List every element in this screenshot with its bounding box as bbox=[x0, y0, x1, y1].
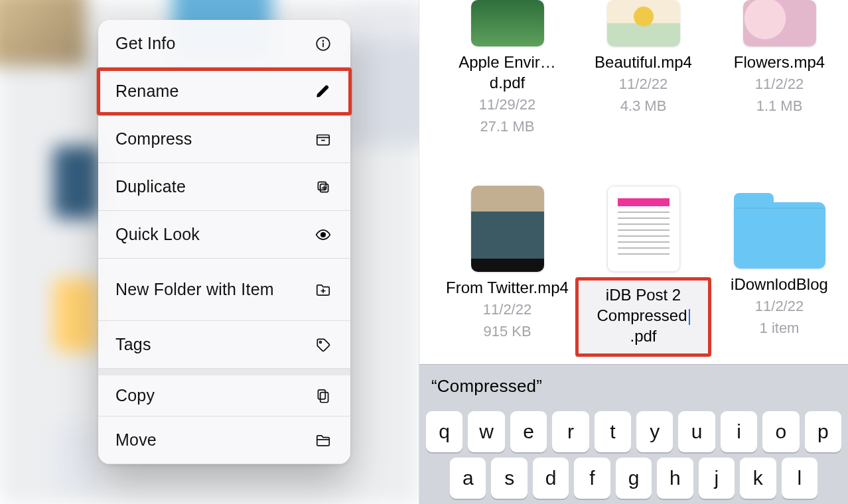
file-thumbnail bbox=[607, 0, 680, 46]
file-thumbnail bbox=[734, 202, 825, 269]
new-folder-icon bbox=[313, 280, 333, 300]
eye-icon bbox=[313, 225, 333, 245]
context-menu: Get InfoRenameCompressDuplicateQuick Loo… bbox=[98, 20, 350, 464]
menu-item-label: Quick Look bbox=[115, 224, 200, 245]
svg-rect-15 bbox=[318, 389, 325, 399]
file-size: 915 KB bbox=[439, 322, 575, 342]
file-name: Flowers.mp4 bbox=[711, 52, 847, 72]
file-tile[interactable]: iDownlodBlog11/2/221 item bbox=[711, 186, 847, 338]
menu-item-get-info[interactable]: Get Info bbox=[98, 20, 350, 68]
file-size: 1 item bbox=[711, 319, 847, 338]
file-name-editing[interactable]: iDB Post 2 Compressed.pdf bbox=[581, 284, 705, 347]
keyboard-spacer bbox=[426, 458, 445, 499]
key-e[interactable]: e bbox=[510, 411, 547, 452]
menu-item-copy[interactable]: Copy bbox=[98, 369, 350, 416]
key-o[interactable]: o bbox=[762, 411, 799, 452]
menu-item-new-folder-with-item[interactable]: New Folder with Item bbox=[98, 259, 350, 321]
key-i[interactable]: i bbox=[721, 411, 757, 452]
archive-icon bbox=[313, 129, 333, 149]
file-size: 4.3 MB bbox=[575, 97, 711, 116]
menu-item-move[interactable]: Move bbox=[98, 416, 350, 464]
keyboard-area: “Compressed” qwertyuiop asdfghjkl bbox=[419, 365, 848, 504]
file-name: From Twitter.mp4 bbox=[439, 277, 575, 298]
key-h[interactable]: h bbox=[657, 458, 693, 499]
file-thumbnail bbox=[471, 0, 544, 46]
menu-item-label: Tags bbox=[115, 334, 151, 355]
file-date: 11/2/22 bbox=[575, 75, 711, 94]
file-name: Beautiful.mp4 bbox=[575, 52, 711, 72]
key-s[interactable]: s bbox=[491, 458, 527, 499]
key-q[interactable]: q bbox=[426, 411, 462, 452]
menu-item-label: New Folder with Item bbox=[115, 279, 274, 300]
menu-item-label: Rename bbox=[115, 81, 179, 101]
info-icon bbox=[313, 34, 333, 54]
file-size: 27.1 MB bbox=[439, 117, 575, 137]
key-g[interactable]: g bbox=[616, 458, 652, 499]
menu-item-label: Move bbox=[115, 430, 157, 450]
file-tile[interactable]: iDB Post 2 Compressed.pdf bbox=[575, 186, 711, 357]
menu-item-rename[interactable]: Rename bbox=[98, 68, 350, 115]
keyboard-spacer bbox=[823, 458, 841, 499]
key-p[interactable]: p bbox=[805, 411, 841, 452]
file-tile[interactable]: From Twitter.mp411/2/22915 KB bbox=[439, 186, 575, 341]
move-folder-icon bbox=[313, 430, 333, 450]
key-l[interactable]: l bbox=[782, 458, 817, 499]
svg-point-10 bbox=[321, 232, 326, 237]
menu-item-label: Copy bbox=[115, 385, 155, 406]
svg-point-2 bbox=[322, 40, 323, 41]
menu-item-label: Compress bbox=[115, 129, 192, 149]
menu-item-duplicate[interactable]: Duplicate bbox=[98, 163, 350, 211]
left-screenshot: Get InfoRenameCompressDuplicateQuick Loo… bbox=[0, 0, 419, 504]
svg-point-13 bbox=[320, 341, 322, 343]
svg-rect-7 bbox=[318, 182, 326, 190]
keyboard-suggestion[interactable]: “Compressed” bbox=[419, 365, 848, 407]
key-a[interactable]: a bbox=[450, 458, 486, 499]
rename-input-highlight[interactable]: iDB Post 2 Compressed.pdf bbox=[575, 277, 711, 357]
key-d[interactable]: d bbox=[533, 458, 569, 499]
key-j[interactable]: j bbox=[699, 458, 735, 499]
duplicate-icon bbox=[313, 177, 333, 197]
file-thumbnail bbox=[607, 186, 680, 272]
file-date: 11/2/22 bbox=[439, 300, 575, 320]
keyboard-row-2: asdfghjkl bbox=[422, 458, 845, 504]
menu-item-label: Duplicate bbox=[115, 176, 186, 197]
file-tile[interactable]: Flowers.mp411/2/221.1 MB bbox=[711, 0, 847, 115]
file-name: Apple Envir…d.pdf bbox=[439, 52, 575, 93]
key-t[interactable]: t bbox=[595, 411, 631, 452]
file-thumbnail bbox=[743, 0, 816, 46]
menu-item-tags[interactable]: Tags bbox=[98, 321, 350, 369]
key-k[interactable]: k bbox=[740, 458, 776, 499]
copy-icon bbox=[313, 386, 333, 406]
file-date: 11/29/22 bbox=[439, 95, 575, 115]
key-f[interactable]: f bbox=[574, 458, 610, 499]
file-date: 11/2/22 bbox=[711, 297, 847, 316]
file-date: 11/2/22 bbox=[711, 75, 847, 94]
file-name: iDownlodBlog bbox=[711, 274, 847, 294]
keyboard: qwertyuiop asdfghjkl bbox=[419, 407, 848, 504]
menu-item-compress[interactable]: Compress bbox=[98, 115, 350, 163]
tag-icon bbox=[313, 335, 333, 355]
key-w[interactable]: w bbox=[468, 411, 504, 452]
svg-rect-14 bbox=[320, 392, 328, 402]
key-u[interactable]: u bbox=[678, 411, 715, 452]
menu-item-label: Get Info bbox=[115, 33, 176, 54]
file-thumbnail bbox=[471, 186, 544, 272]
key-y[interactable]: y bbox=[636, 411, 673, 452]
menu-item-quick-look[interactable]: Quick Look bbox=[98, 211, 350, 259]
keyboard-row-1: qwertyuiop bbox=[422, 411, 845, 458]
file-size: 1.1 MB bbox=[711, 97, 847, 116]
key-r[interactable]: r bbox=[552, 411, 589, 452]
right-screenshot: Apple Envir…d.pdf11/29/2227.1 MBBeautifu… bbox=[419, 0, 848, 504]
file-tile[interactable]: Beautiful.mp411/2/224.3 MB bbox=[575, 0, 711, 115]
pencil-icon bbox=[313, 82, 333, 101]
file-tile[interactable]: Apple Envir…d.pdf11/29/2227.1 MB bbox=[439, 0, 575, 137]
